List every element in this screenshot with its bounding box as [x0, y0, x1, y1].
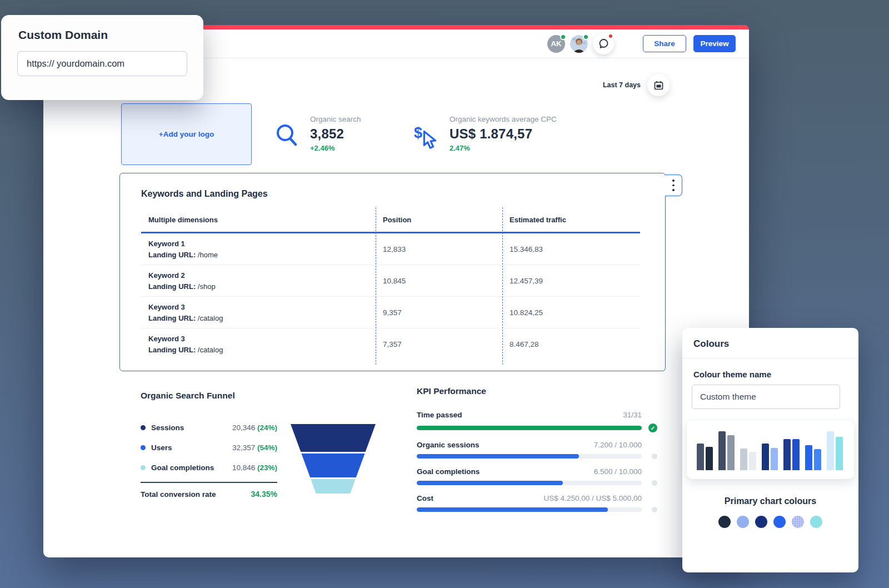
table-body: Keyword 1 Landing URL: /home 12,833 15.3…	[141, 233, 640, 360]
keyword-cell: Keyword 1 Landing URL: /home	[141, 240, 376, 259]
table-row: Keyword 1 Landing URL: /home 12,833 15.3…	[141, 233, 640, 265]
metric-label: Organic keywords average CPC	[450, 115, 557, 123]
primary-colour-swatches	[682, 516, 858, 528]
legend-divider	[141, 482, 277, 483]
table-title: Keywords and Landing Pages	[141, 173, 640, 211]
column-header: Estimated traffic	[502, 211, 640, 232]
custom-domain-title: Custom Domain	[1, 15, 203, 42]
column-header: Multiple dimensions	[141, 211, 376, 232]
widget-menu-button[interactable]	[665, 175, 682, 196]
kpi-title: KPI Performance	[417, 386, 657, 396]
keyword-cell: Keyword 2 Landing URL: /shop	[141, 271, 376, 291]
preview-button[interactable]: Preview	[693, 35, 736, 52]
column-divider	[502, 207, 503, 365]
colour-swatch[interactable]	[810, 516, 822, 528]
preview-bar	[740, 449, 747, 470]
funnel-legend-row: Goal completions 10,846 (23%)	[141, 457, 277, 477]
colours-panel-title: Colours	[682, 328, 858, 358]
colour-swatch[interactable]	[755, 516, 767, 528]
colour-swatch[interactable]	[773, 516, 786, 528]
keywords-table-widget[interactable]: Keywords and Landing Pages Multiple dime…	[119, 173, 666, 371]
kpi-progress-fill	[417, 507, 608, 512]
kpi-row: Goal completions 6.500 / 10.000	[417, 467, 657, 486]
funnel-title: Organic Search Funnel	[141, 391, 235, 401]
calendar-icon	[654, 81, 663, 90]
funnel-legend-row: Users 32,357 (54%)	[141, 437, 277, 457]
preview-bar	[697, 444, 704, 470]
colours-panel: Colours Colour theme name	[682, 328, 858, 572]
kpi-status-icon	[652, 507, 657, 512]
table-row: Keyword 3 Landing URL: /catalog 7,357 8.…	[141, 328, 640, 360]
report-window: AK Share	[43, 25, 749, 557]
metric-value: 3,852	[310, 126, 361, 142]
position-cell: 9,357	[376, 308, 502, 317]
kpi-progress-fill	[417, 481, 563, 485]
colour-swatch[interactable]	[792, 516, 804, 528]
custom-domain-input[interactable]	[17, 51, 187, 76]
theme-preview-chart	[687, 421, 854, 479]
table-header-row: Multiple dimensionsPositionEstimated tra…	[141, 211, 640, 233]
position-cell: 10,845	[376, 277, 502, 285]
preview-bar	[814, 449, 821, 470]
dollar-cursor-icon: $	[413, 123, 439, 150]
traffic-cell: 10.824,25	[502, 308, 640, 317]
kpi-progress-track	[417, 454, 642, 459]
legend-dot	[141, 465, 146, 470]
chat-bubble-icon	[598, 38, 609, 49]
kpi-status-icon	[652, 480, 657, 486]
kpi-row: Organic sessions 7.200 / 10.000	[417, 441, 657, 459]
column-header: Position	[376, 211, 502, 232]
metric-delta: 2.47%	[450, 144, 557, 152]
preview-bar	[805, 445, 812, 470]
kpi-progress-track	[417, 426, 642, 430]
funnel-segment	[291, 424, 376, 452]
custom-domain-card: Custom Domain	[1, 15, 203, 100]
colour-swatch[interactable]	[737, 516, 749, 528]
funnel-legend-row: Sessions 20,346 (24%)	[141, 417, 277, 437]
online-dot	[560, 34, 566, 40]
kpi-progress-fill	[417, 426, 642, 430]
keyword-cell: Keyword 3 Landing URL: /catalog	[141, 335, 376, 354]
kpi-widget: KPI Performance Time passed 31/31 ✓	[417, 386, 657, 521]
table-row: Keyword 2 Landing URL: /shop 10,845 12.4…	[141, 265, 640, 297]
preview-bar	[783, 439, 791, 470]
share-button[interactable]: Share	[643, 35, 686, 52]
chat-button[interactable]	[593, 33, 614, 54]
primary-colours-label: Primary chart colours	[682, 496, 858, 506]
traffic-cell: 12.457,39	[502, 277, 640, 285]
legend-dot	[141, 425, 146, 430]
preview-bar	[836, 437, 843, 470]
metric-delta: +2.46%	[310, 144, 361, 152]
position-cell: 7,357	[376, 340, 502, 348]
add-logo-label: +Add your logo	[159, 130, 214, 138]
funnel-legend: Sessions 20,346 (24%) Users 32,357 (54%)…	[141, 417, 277, 499]
theme-name-input[interactable]	[692, 385, 840, 409]
traffic-cell: 8.467,28	[502, 340, 640, 348]
funnel-segment	[291, 454, 376, 477]
kpi-progress-track	[417, 481, 642, 485]
preview-bar	[792, 439, 800, 470]
metric-label: Organic search	[310, 115, 361, 123]
online-dot	[583, 34, 589, 40]
column-divider	[376, 207, 376, 365]
position-cell: 12,833	[376, 245, 502, 253]
table-row: Keyword 3 Landing URL: /catalog 9,357 10…	[141, 297, 640, 328]
colour-swatch[interactable]	[718, 516, 731, 528]
theme-name-label: Colour theme name	[682, 358, 858, 379]
kpi-status-icon: ✓	[648, 423, 657, 432]
kpi-status-icon	[652, 454, 657, 459]
add-logo-placeholder[interactable]: +Add your logo	[121, 103, 252, 165]
preview-bar	[827, 431, 834, 470]
date-range-label: Last 7 days	[603, 81, 641, 89]
preview-bar	[771, 448, 778, 470]
metric-value: US$ 1.874,57	[450, 126, 557, 142]
avatar[interactable]	[570, 35, 588, 53]
date-range: Last 7 days	[603, 74, 670, 96]
avatar[interactable]: AK	[547, 35, 565, 53]
preview-bar	[718, 431, 726, 470]
metric-average-cpc: $ Organic keywords average CPC US$ 1.874…	[413, 115, 557, 152]
preview-bar	[706, 447, 713, 470]
calendar-button[interactable]	[647, 74, 670, 96]
total-conversion-row: Total conversion rate 34.35%	[141, 490, 277, 499]
avatar-initials: AK	[551, 39, 562, 48]
